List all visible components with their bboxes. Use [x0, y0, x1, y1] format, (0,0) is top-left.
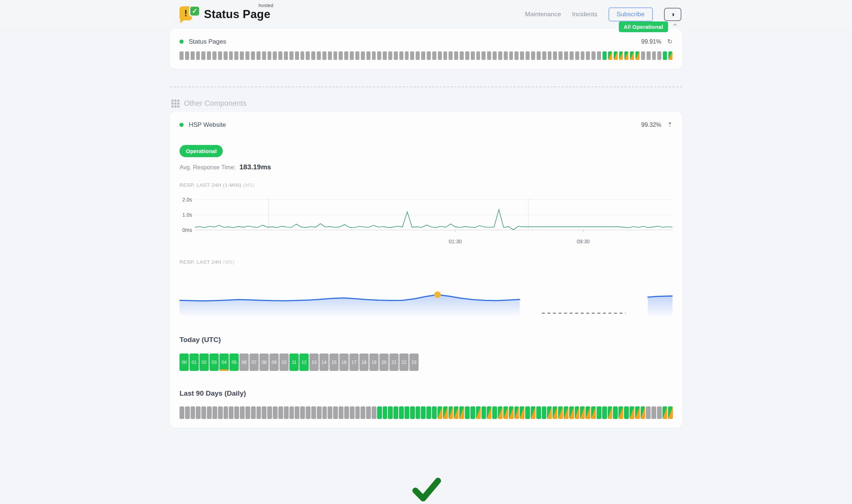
uptime-bar[interactable]	[471, 51, 475, 60]
theme-toggle-button[interactable]: ◑	[664, 8, 681, 21]
day-block[interactable]	[580, 406, 585, 419]
day-block[interactable]	[180, 406, 184, 419]
hour-block-15[interactable]: 15	[329, 354, 339, 371]
uptime-bar[interactable]	[504, 51, 508, 60]
day-block[interactable]	[641, 406, 645, 419]
uptime-bar[interactable]	[443, 51, 447, 60]
uptime-bar[interactable]	[388, 51, 392, 60]
day-block[interactable]	[333, 406, 338, 419]
day-block[interactable]	[421, 406, 426, 419]
day-block[interactable]	[531, 406, 536, 419]
day-block[interactable]	[234, 406, 239, 419]
uptime-bar[interactable]	[262, 51, 266, 60]
day-block[interactable]	[542, 406, 547, 419]
uptime-bar[interactable]	[465, 51, 469, 60]
day-block[interactable]	[218, 406, 223, 419]
day-block[interactable]	[613, 406, 618, 419]
day-block[interactable]	[229, 406, 234, 419]
uptime-bar[interactable]	[251, 51, 255, 60]
day-block[interactable]	[597, 406, 601, 419]
day-block[interactable]	[602, 406, 607, 419]
uptime-bar[interactable]	[542, 51, 546, 60]
uptime-bar[interactable]	[608, 51, 612, 60]
uptime-bar[interactable]	[366, 51, 370, 60]
day-block[interactable]	[317, 406, 322, 419]
uptime-bar[interactable]	[278, 51, 282, 60]
hour-block-02[interactable]: 02	[199, 354, 209, 371]
uptime-bar[interactable]	[438, 51, 442, 60]
uptime-bar[interactable]	[229, 51, 233, 60]
hour-block-06[interactable]: 06	[239, 354, 249, 371]
uptime-bar[interactable]	[185, 51, 189, 60]
uptime-bar[interactable]	[581, 51, 585, 60]
uptime-bar[interactable]	[273, 51, 277, 60]
uptime-bar[interactable]	[454, 51, 458, 60]
hour-block-03[interactable]: 03	[209, 354, 219, 371]
day-block[interactable]	[503, 406, 508, 419]
uptime-bar[interactable]	[564, 51, 568, 60]
uptime-bar[interactable]	[405, 51, 409, 60]
uptime-bar[interactable]	[295, 51, 299, 60]
uptime-bar[interactable]	[509, 51, 513, 60]
nav-incidents[interactable]: Incidents	[572, 11, 597, 18]
hour-block-07[interactable]: 07	[249, 354, 259, 371]
day-block[interactable]	[300, 406, 305, 419]
uptime-bar[interactable]	[657, 51, 661, 60]
uptime-bar[interactable]	[586, 51, 590, 60]
day-block[interactable]	[536, 406, 541, 419]
uptime-bar[interactable]	[652, 51, 656, 60]
day-block[interactable]	[492, 406, 497, 419]
day-block[interactable]	[646, 406, 651, 419]
day-block[interactable]	[487, 406, 492, 419]
uptime-bar[interactable]	[647, 51, 651, 60]
uptime-bar[interactable]	[311, 51, 315, 60]
day-block[interactable]	[509, 406, 514, 419]
day-block[interactable]	[465, 406, 470, 419]
uptime-bar[interactable]	[416, 51, 420, 60]
day-block[interactable]	[360, 406, 365, 419]
uptime-bar[interactable]	[487, 51, 491, 60]
day-block[interactable]	[630, 406, 634, 419]
hour-block-16[interactable]: 16	[339, 354, 349, 371]
day-block[interactable]	[262, 406, 266, 419]
day-block[interactable]	[377, 406, 382, 419]
uptime-bar[interactable]	[482, 51, 486, 60]
uptime-bar[interactable]	[476, 51, 480, 60]
uptime-bar[interactable]	[383, 51, 387, 60]
uptime-bar[interactable]	[493, 51, 497, 60]
uptime-bar[interactable]	[614, 51, 618, 60]
chart-marker-dot[interactable]	[434, 291, 441, 298]
subscribe-button[interactable]: Subscribe	[608, 7, 653, 21]
response-time-area-chart[interactable]	[180, 280, 672, 317]
day-block[interactable]	[426, 406, 431, 419]
uptime-bar[interactable]	[449, 51, 453, 60]
day-block[interactable]	[278, 406, 283, 419]
day-block[interactable]	[191, 406, 195, 419]
hour-block-09[interactable]: 09	[269, 354, 279, 371]
day-block[interactable]	[569, 406, 574, 419]
day-block[interactable]	[437, 406, 442, 419]
day-block[interactable]	[267, 406, 272, 419]
uptime-bar[interactable]	[361, 51, 365, 60]
uptime-bar[interactable]	[526, 51, 530, 60]
uptime-bar[interactable]	[268, 51, 272, 60]
hour-block-01[interactable]: 01	[189, 354, 199, 371]
uptime-bar[interactable]	[218, 51, 222, 60]
day-block[interactable]	[339, 406, 343, 419]
day-block[interactable]	[470, 406, 475, 419]
trend-up-icon[interactable]: ⇡	[667, 121, 672, 129]
day-block[interactable]	[525, 406, 530, 419]
chevron-up-icon[interactable]: ⌃	[672, 25, 678, 29]
hour-block-12[interactable]: 12	[299, 354, 309, 371]
day-block[interactable]	[410, 406, 415, 419]
uptime-bar[interactable]	[668, 51, 672, 60]
uptime-bar[interactable]	[350, 51, 354, 60]
day-block[interactable]	[547, 406, 552, 419]
hour-block-04[interactable]: 04	[219, 354, 229, 371]
day-block[interactable]	[608, 406, 613, 419]
day-block[interactable]	[185, 406, 190, 419]
day-block[interactable]	[657, 406, 662, 419]
day-block[interactable]	[284, 406, 289, 419]
hour-block-23[interactable]: 23	[409, 354, 419, 371]
uptime-bar[interactable]	[559, 51, 563, 60]
